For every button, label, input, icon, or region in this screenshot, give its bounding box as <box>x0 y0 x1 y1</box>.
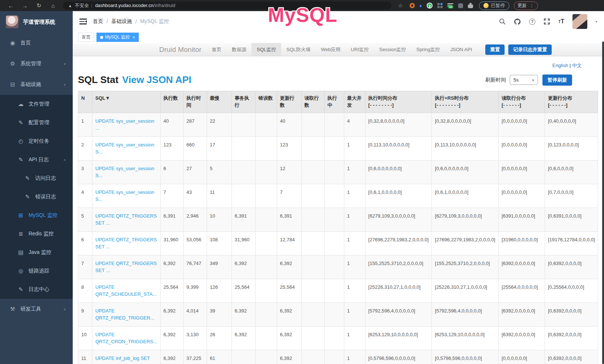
view-json-api-link[interactable]: View JSON API <box>122 74 191 86</box>
sidebar-item-定时任务[interactable]: ◴定时任务 <box>0 132 73 150</box>
refresh-interval-select[interactable]: 5s ∨ <box>510 75 538 85</box>
lang-english-link[interactable]: English <box>552 63 568 68</box>
sidebar-item-首页[interactable]: ◉首页 <box>0 33 73 53</box>
chevron-down-icon[interactable]: ▾ <box>595 20 597 24</box>
column-header-执行数: 执行数 <box>160 91 183 113</box>
column-header-错误数: 错误数 <box>255 91 277 113</box>
home-icon[interactable]: ⌂ <box>49 3 57 9</box>
cell <box>301 231 324 255</box>
extension-list-icon[interactable]: on <box>447 3 453 8</box>
breadcrumb-item[interactable]: 基础设施 <box>111 18 132 25</box>
sidebar-item-API 日志[interactable]: ✎API 日志∧ <box>0 150 73 169</box>
sidebar-item-错误日志[interactable]: ✎错误日志 <box>0 188 73 206</box>
cell: 4,014 <box>183 302 207 326</box>
sidebar-item-日志中心[interactable]: ✎日志中心 <box>0 280 73 299</box>
sql-link[interactable]: UPDATE inf_job_log SET e... <box>95 355 150 364</box>
extension-gem-icon[interactable]: ♦ <box>420 3 422 9</box>
cell: [6253,129,10,0,0,0,0,0] <box>432 326 499 350</box>
extension-misc-icon[interactable] <box>458 3 463 8</box>
sidebar-item-label: API 日志 <box>29 156 49 163</box>
close-icon[interactable]: × <box>132 35 135 40</box>
sql-link[interactable]: UPDATE sys_user_session S... <box>95 189 154 202</box>
java-icon: ▤ <box>16 249 25 256</box>
back-icon[interactable]: ← <box>7 3 15 9</box>
cell <box>324 184 344 208</box>
sidebar-item-研发工具[interactable]: ⚒研发工具∨ <box>0 299 73 320</box>
cell: 2,946 <box>183 208 207 231</box>
column-header-SQL[interactable]: SQL▼ <box>92 91 161 113</box>
druid-content: English | 中文 SQL Stat View JSON API 刷新时间… <box>73 56 604 364</box>
log-and-reset-button[interactable]: 记录日志并重置 <box>508 44 552 55</box>
pause-refresh-button[interactable]: 暂停刷新 <box>542 75 572 86</box>
cell: 1 <box>344 279 365 302</box>
cell: 3,130 <box>183 326 207 350</box>
column-header-读取行分布: 读取行分布[- - - - - -] <box>498 91 545 113</box>
druid-nav-URI监控[interactable]: URI监控 <box>346 43 374 56</box>
page-scrollbar[interactable] <box>602 42 604 364</box>
sidebar-item-访问日志[interactable]: ✎访问日志 <box>0 169 73 188</box>
browser-update-button[interactable]: 更新 ⋮ <box>514 1 538 10</box>
sql-link[interactable]: UPDATE QRTZ_CRON_TRIGGERS... <box>95 332 157 345</box>
sql-link[interactable]: UPDATE sys_user_session S... <box>95 166 154 179</box>
cell: 1 <box>344 326 365 350</box>
extensions-puzzle-icon[interactable] <box>468 3 473 8</box>
extension-y-icon[interactable]: y <box>427 3 433 9</box>
sql-link[interactable]: UPDATE sys_user_session ... <box>95 118 154 131</box>
cell: 6,392 <box>277 302 301 326</box>
sql-link[interactable]: UPDATE QRTZ_FIRED_TRIGGER... <box>95 308 154 321</box>
app-title: 芋道管理系统 <box>23 19 55 26</box>
search-icon[interactable] <box>499 18 506 25</box>
reset-button[interactable]: 重置 <box>485 44 505 55</box>
reload-icon[interactable]: ↻ <box>35 2 43 9</box>
fullscreen-icon[interactable] <box>544 18 550 25</box>
extension-donut-icon[interactable] <box>410 3 415 8</box>
sidebar-item-Java 监控[interactable]: ▤Java 监控 <box>0 243 73 262</box>
sidebar-item-系统管理[interactable]: ⚙系统管理∨ <box>0 53 73 74</box>
font-size-icon[interactable]: TT <box>558 18 564 25</box>
address-bar[interactable]: ▲ 不安全 dashboard.yudao.iocoder.cn/infra/d… <box>63 1 391 10</box>
druid-nav-Web应用[interactable]: Web应用 <box>316 43 346 56</box>
cell: 6,392 <box>232 326 255 350</box>
cell: 1 <box>344 302 365 326</box>
cell: 6 <box>160 160 183 184</box>
tab-首页[interactable]: 首页 <box>78 33 94 42</box>
breadcrumb-item[interactable]: 首页 <box>93 18 103 25</box>
sidebar-item-MySQL 监控[interactable]: ⊞MySQL 监控 <box>0 206 73 225</box>
sidebar-item-Redis 监控[interactable]: ≣Redis 监控 <box>0 225 73 243</box>
sql-link[interactable]: UPDATE QRTZ_TRIGGERS SET ... <box>95 261 157 274</box>
toolbox-icon: ⚒ <box>8 306 17 312</box>
hamburger-icon[interactable] <box>79 19 87 24</box>
column-header-label: 事务执行 <box>235 95 249 108</box>
cell: 9,399 <box>183 279 207 302</box>
sql-link[interactable]: UPDATE QRTZ_TRIGGERS SET ... <box>95 213 157 226</box>
tab-MySQL 监控[interactable]: MySQL 监控× <box>96 33 139 42</box>
druid-nav-首页[interactable]: 首页 <box>207 43 227 56</box>
sidebar-item-文件管理[interactable]: ☁文件管理 <box>0 95 73 113</box>
help-icon[interactable]: ? <box>529 19 535 25</box>
druid-nav-Spring监控[interactable]: Spring监控 <box>411 43 445 56</box>
lang-chinese-link[interactable]: 中文 <box>572 63 582 68</box>
forward-icon[interactable]: → <box>21 3 29 9</box>
druid-nav-SQL监控[interactable]: SQL监控 <box>252 43 281 56</box>
cell: [0,0,0,0,0,0] <box>498 160 545 184</box>
cell: 37,225 <box>183 350 207 364</box>
extension-squares-icon[interactable] <box>437 3 443 8</box>
druid-nav-SQL防火墙[interactable]: SQL防火墙 <box>281 43 316 56</box>
druid-nav-JSON API[interactable]: JSON API <box>445 43 477 56</box>
druid-nav-Session监控[interactable]: Session监控 <box>374 43 411 56</box>
user-avatar[interactable] <box>572 14 587 29</box>
sql-link[interactable]: UPDATE QRTZ_TRIGGERS SET ... <box>95 237 157 250</box>
sql-link[interactable]: UPDATE sys_user_session S... <box>95 142 154 155</box>
sidebar-item-链路追踪[interactable]: ◎链路追踪 <box>0 262 73 280</box>
security-label[interactable]: 不安全 <box>75 3 89 9</box>
sql-link[interactable]: UPDATE QRTZ_SCHEDULER_STA... <box>95 284 157 297</box>
sidebar-item-配置管理[interactable]: ✎配置管理 <box>0 113 73 132</box>
druid-nav-数据源[interactable]: 数据源 <box>227 43 252 56</box>
sidebar-item-基础设施[interactable]: ⊟基础设施∧ <box>0 74 73 95</box>
github-icon[interactable] <box>514 18 521 25</box>
kebab-menu-icon[interactable]: ⋮ <box>529 3 534 9</box>
cell: 9 <box>78 302 92 326</box>
bookmark-star-icon[interactable]: ☆ <box>398 3 403 9</box>
cell: 3 <box>78 160 92 184</box>
profile-paused-chip[interactable]: 已暂停 <box>479 1 509 10</box>
